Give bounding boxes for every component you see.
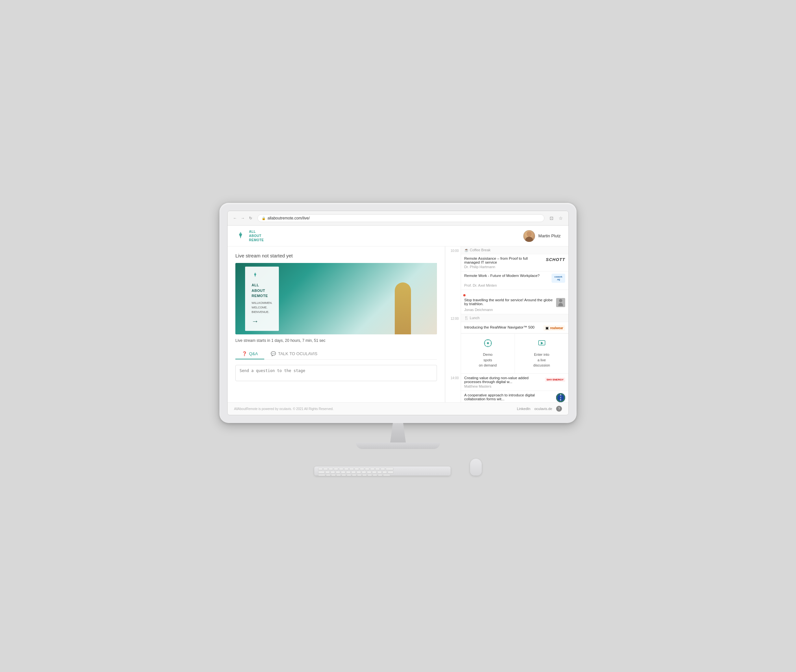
sponsor-person (556, 298, 565, 307)
logo-area: ALL ABOUT REMOTE (235, 229, 264, 242)
schedule-group-realwear: Introducing the RealWear Navigator™ 500 … (445, 323, 568, 374)
help-button[interactable]: ? (556, 406, 562, 412)
logo-text: ALL ABOUT REMOTE (249, 229, 264, 242)
tabs: ❓ Q&A 💬 TALK TO OCULAVIS (235, 349, 437, 360)
demo-spots-icon (465, 339, 511, 349)
forward-button[interactable]: → (240, 215, 246, 221)
event-title-realwear: Introducing the RealWear Navigator™ 500 (464, 325, 542, 329)
keyboard-area (314, 459, 482, 475)
logo-icon (235, 231, 246, 241)
banner-sign: ALL ABOUT REMOTE WILLKOMMEN. WELCOME. BI… (245, 267, 279, 331)
refresh-button[interactable]: ↻ (248, 215, 254, 221)
url-text: allaboutremote.com/live/ (267, 216, 310, 221)
mouse (470, 459, 482, 475)
event-realwear[interactable]: Introducing the RealWear Navigator™ 500 … (461, 323, 568, 333)
countdown: Live stream starts in 1 days, 20 hours, … (235, 338, 437, 343)
sponsor-schott: SCHOTT (546, 256, 565, 262)
main-content: Live stream not started yet (228, 246, 568, 402)
footer-copyright: AllAboutRemote is powered by oculavis. ©… (234, 407, 333, 411)
events-col-14: Creating value during non-value added pr… (461, 374, 568, 403)
speaker-minten: Prof. Dr. Axel Minten (464, 283, 565, 287)
user-name: Martin Plutz (538, 234, 561, 238)
sponsor-cowork: cowork.ag (551, 274, 565, 283)
time-lunch: 12:00 (445, 314, 461, 323)
back-button[interactable]: ← (232, 215, 238, 221)
left-panel: Live stream not started yet (228, 246, 445, 402)
svg-point-8 (487, 342, 489, 344)
lock-icon: 🔒 (262, 216, 265, 220)
coffee-break-label: ☕ Coffee Break (464, 248, 491, 252)
schedule-group-lunch: 12:00 🍴 Lunch (445, 314, 568, 323)
footer: AllAboutRemote is powered by oculavis. ©… (228, 402, 568, 415)
sponsor-shv: SHV ENERGY (545, 376, 565, 382)
screen: ← → ↻ 🔒 allaboutremote.com/live/ ⊡ ☆ (227, 211, 569, 415)
address-bar[interactable]: 🔒 allaboutremote.com/live/ (257, 214, 544, 222)
event-title-creating-value: Creating value during non-value added pr… (464, 376, 543, 384)
event-remote-work[interactable]: Remote Work - Future of Modern Workplace… (461, 271, 568, 290)
banner-sign-icon (252, 272, 272, 280)
browser-actions: ⊡ ☆ (548, 215, 564, 221)
sponsor-bayer: BAYER (556, 393, 565, 402)
banner-sign-text: ALL ABOUT REMOTE (252, 282, 272, 299)
oculavis-link[interactable]: oculavis.de (534, 407, 552, 411)
monitor-neck (385, 423, 411, 443)
events-col-10: ☕ Coffee Break Remote Assistance – from … (461, 246, 568, 314)
event-title-travelling: Stop travelling the world for service! A… (464, 298, 554, 306)
enter-discussion-card[interactable]: Enter intoa livediscussion (515, 334, 568, 373)
monitor-body: ← → ↻ 🔒 allaboutremote.com/live/ ⊡ ☆ (219, 203, 577, 423)
banner-image: ALL ABOUT REMOTE WILLKOMMEN. WELCOME. BI… (235, 263, 437, 334)
tab-talk[interactable]: 💬 TALK TO OCULAVIS (264, 349, 324, 359)
coffee-break: ☕ Coffee Break (461, 246, 568, 254)
enter-discussion-icon (519, 339, 564, 349)
tab-qa[interactable]: ❓ Q&A (235, 349, 264, 359)
nav-buttons: ← → ↻ (232, 215, 254, 221)
svg-marker-5 (255, 275, 256, 277)
event-title-remote-assistance: Remote Assistance – from Proof to full m… (464, 256, 544, 264)
events-col-lunch: 🍴 Lunch (461, 314, 568, 323)
svg-marker-2 (240, 236, 241, 238)
lunch-break: 🍴 Lunch (461, 314, 568, 322)
time-realwear (445, 323, 461, 374)
stream-title: Live stream not started yet (235, 253, 437, 258)
linkedin-link[interactable]: LinkedIn (517, 407, 531, 411)
sponsor-realwear: ▣ realwear (543, 325, 565, 331)
speaker-masters: Matthew Masters (464, 384, 565, 388)
talk-icon: 💬 (271, 351, 276, 356)
browser-chrome: ← → ↻ 🔒 allaboutremote.com/live/ ⊡ ☆ (228, 211, 568, 226)
demo-spots-text: Demospotson demand (465, 352, 511, 368)
tab-qa-label: Q&A (249, 351, 258, 356)
speaker-hartmann: Dr. Philip Hartmann (464, 265, 565, 269)
right-panel: 10:00 ☕ Coffee Break Remote Assistance –… (445, 246, 568, 402)
monitor-base (356, 443, 440, 449)
extension-button[interactable]: ⊡ (548, 215, 555, 221)
stream-preview: ALL ABOUT REMOTE WILLKOMMEN. WELCOME. BI… (235, 263, 437, 334)
lunch-break-label: 🍴 Lunch (464, 316, 480, 320)
event-cooperative[interactable]: A cooperative approach to introduce digi… (461, 391, 568, 403)
time-1400: 14:00 (445, 374, 461, 403)
footer-links: LinkedIn oculavis.de ? (517, 406, 562, 412)
schedule-group-10: 10:00 ☕ Coffee Break Remote Assistance –… (445, 246, 568, 314)
time-1000: 10:00 (445, 246, 461, 314)
keyboard (314, 467, 451, 475)
bookmark-button[interactable]: ☆ (558, 215, 564, 221)
event-title-cooperative: A cooperative approach to introduce digi… (464, 393, 554, 401)
banner-sign-welcome: WILLKOMMEN. WELCOME. BIENVENUE. (252, 301, 272, 315)
qa-icon: ❓ (242, 351, 247, 356)
avatar (523, 230, 535, 242)
enter-discussion-text: Enter intoa livediscussion (519, 352, 564, 368)
banner-arrow: → (252, 317, 272, 326)
event-remote-assistance[interactable]: Remote Assistance – from Proof to full m… (461, 254, 568, 271)
site-header: ALL ABOUT REMOTE Martin Plutz (228, 226, 568, 246)
qa-input[interactable] (235, 365, 437, 381)
event-stop-travelling[interactable]: Stop travelling the world for service! A… (461, 290, 568, 314)
demo-spots-card[interactable]: Demospotson demand (461, 334, 515, 373)
svg-marker-10 (541, 342, 543, 344)
event-creating-value[interactable]: Creating value during non-value added pr… (461, 374, 568, 391)
tab-talk-label: TALK TO OCULAVIS (278, 351, 317, 356)
schedule-group-14: 14:00 Creating value during non-value ad… (445, 374, 568, 403)
current-indicator (463, 294, 465, 296)
events-col-realwear: Introducing the RealWear Navigator™ 500 … (461, 323, 568, 374)
user-area: Martin Plutz (523, 230, 561, 242)
demo-cards: Demospotson demand Ent (461, 333, 568, 374)
speaker-deichmann: Jonas Deichmann (464, 308, 565, 312)
